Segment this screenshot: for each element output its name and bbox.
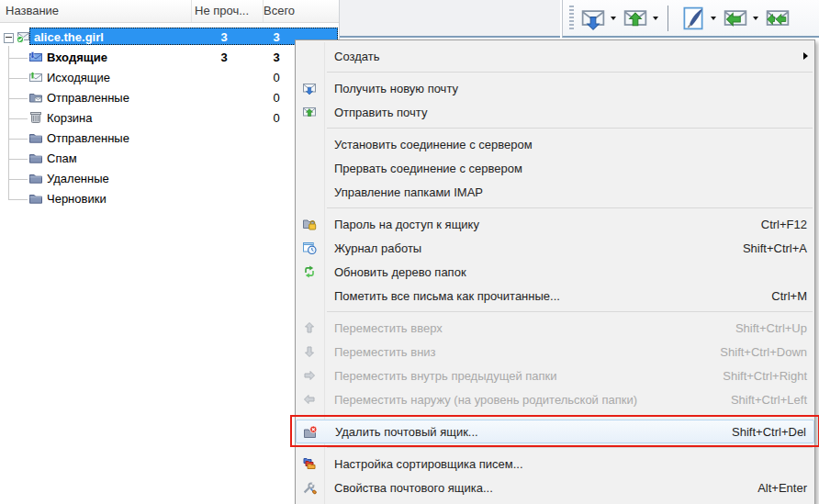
menu-item-label: Переместить вверх xyxy=(334,321,443,335)
column-header-total[interactable]: Всего xyxy=(255,0,337,22)
toolbar-grip-handle[interactable] xyxy=(569,6,574,31)
tree-row-label: Входящие xyxy=(47,48,107,68)
menu-separator xyxy=(296,68,814,76)
unread-count: 3 xyxy=(209,48,239,68)
chevron-down-icon[interactable] xyxy=(711,17,716,20)
toolbar-separator xyxy=(668,6,668,31)
tree-line xyxy=(8,98,28,99)
menu-item-move-up: Переместить вверх Shift+Ctrl+Up xyxy=(296,316,814,340)
tree-row-folder[interactable]: Черновики xyxy=(28,189,338,209)
column-header-name[interactable]: Название xyxy=(0,0,192,22)
menu-shortcut: Ctrl+F12 xyxy=(735,218,807,231)
tree-line xyxy=(8,159,28,160)
refresh-folders-icon xyxy=(302,264,317,279)
menu-item-label: Управление папками IMAP xyxy=(334,185,483,199)
send-mail-icon xyxy=(302,105,317,119)
tree-row-label: Отправленные xyxy=(47,129,129,149)
arrow-left-icon xyxy=(302,392,317,407)
new-message-button[interactable] xyxy=(680,6,716,31)
menu-item-connect-server[interactable]: Установить соединение с сервером xyxy=(296,132,814,156)
menu-shortcut: Shift+Ctrl+A xyxy=(717,241,807,255)
send-mail-icon xyxy=(623,6,648,31)
tree-row-trash[interactable]: Корзина 0 xyxy=(28,108,338,129)
folder-icon xyxy=(28,151,43,165)
total-count: 0 xyxy=(262,108,291,129)
menu-item-mail-sorter-setup[interactable]: Настройка сортировщика писем... xyxy=(296,452,814,476)
menu-item-label: Переместить внутрь предыдущей папки xyxy=(334,369,557,383)
menu-separator xyxy=(296,308,814,316)
tree-row-label: Отправленные xyxy=(47,88,129,108)
tree-line xyxy=(8,58,28,59)
menu-item-refresh-folder-tree[interactable]: Обновить дерево папок xyxy=(296,260,814,284)
menu-item-mailbox-properties[interactable]: Свойства почтового ящика... Alt+Enter xyxy=(296,476,814,499)
total-count: 0 xyxy=(262,68,291,88)
menu-item-delete-mailbox[interactable]: Удалить почтовый ящик... Shift+Ctrl+Del xyxy=(296,420,814,443)
tree-row-inbox[interactable]: Входящие 3 3 xyxy=(28,48,338,68)
reply-icon xyxy=(723,6,748,31)
menu-separator xyxy=(296,124,814,132)
tree-row-label: Исходящие xyxy=(47,68,110,88)
menu-item-label: Удалить почтовый ящик... xyxy=(335,425,478,439)
menu-separator xyxy=(296,204,814,212)
tree-line xyxy=(8,78,28,79)
tree-row-label: Удаленные xyxy=(47,169,109,189)
tree-row-outbox[interactable]: Исходящие 0 xyxy=(28,68,338,88)
menu-item-disconnect-server[interactable]: Прервать соединение с сервером xyxy=(296,156,814,180)
unread-count: 3 xyxy=(209,28,239,48)
menu-item-label: Журнал работы xyxy=(334,241,421,255)
tree-row-folder[interactable]: Отправленные xyxy=(28,129,338,149)
chevron-down-icon[interactable] xyxy=(611,17,616,20)
menu-item-work-log[interactable]: Журнал работы Shift+Ctrl+A xyxy=(296,236,814,260)
properties-icon xyxy=(302,480,317,495)
get-mail-button[interactable] xyxy=(580,6,616,31)
menu-item-label: Свойства почтового ящика... xyxy=(334,481,493,495)
mail-toolbar xyxy=(562,0,819,38)
mailbox-context-menu: Создать Получить новую почту Отправить п… xyxy=(295,39,815,504)
tree-row-account[interactable]: alice.the.girl 3 3 xyxy=(0,28,338,48)
tree-line xyxy=(8,46,9,199)
menu-item-label: Пометить все письма как прочитанные... xyxy=(334,289,560,303)
total-count: 0 xyxy=(262,88,291,108)
tree-row-label: Черновики xyxy=(47,189,107,209)
folder-tree-panel: Название Не проч... Всего alice.the.girl… xyxy=(0,0,340,504)
menu-item-mark-all-read[interactable]: Пометить все письма как прочитанные... C… xyxy=(296,284,814,308)
menu-item-get-new-mail[interactable]: Получить новую почту xyxy=(296,76,814,100)
menu-item-imap-folders[interactable]: Управление папками IMAP xyxy=(296,180,814,204)
menu-item-move-down: Переместить вниз Shift+Ctrl+Down xyxy=(296,340,814,364)
folder-icon xyxy=(28,191,43,206)
menu-shortcut: Alt+Enter xyxy=(732,481,807,495)
reply-button[interactable] xyxy=(723,6,758,31)
tree-line xyxy=(8,179,28,180)
tree-line xyxy=(8,199,28,200)
send-mail-button[interactable] xyxy=(623,6,658,31)
log-icon xyxy=(302,241,317,255)
total-count: 3 xyxy=(262,48,291,68)
tree-row-folder[interactable]: Удаленные xyxy=(28,169,338,189)
reply-all-button[interactable] xyxy=(765,6,791,31)
tree-column-header: Название Не проч... Всего xyxy=(0,0,339,23)
menu-item-send-mail[interactable]: Отправить почту xyxy=(296,100,814,124)
tree-row-folder[interactable]: Спам xyxy=(28,149,338,169)
new-message-icon xyxy=(680,6,706,31)
menu-item-label: Создать xyxy=(334,50,379,63)
menu-shortcut: Shift+Ctrl+Right xyxy=(697,369,807,383)
menu-separator xyxy=(296,443,814,452)
menu-item-mailbox-password[interactable]: Пароль на доступ к ящику Ctrl+F12 xyxy=(296,212,814,236)
arrow-down-icon xyxy=(302,344,317,359)
column-header-unread[interactable]: Не проч... xyxy=(186,0,264,22)
sent-mail-folder-icon xyxy=(28,90,43,105)
menu-item-create[interactable]: Создать xyxy=(296,44,814,68)
menu-shortcut: Shift+Ctrl+Left xyxy=(705,393,807,407)
mail-account-icon xyxy=(16,29,30,44)
menu-item-label: Обновить дерево папок xyxy=(334,265,466,279)
chevron-down-icon[interactable] xyxy=(653,17,658,20)
menu-item-label: Настройка сортировщика писем... xyxy=(334,457,523,471)
menu-shortcut: Shift+Ctrl+Up xyxy=(710,321,807,335)
unread-count xyxy=(209,108,239,129)
collapse-expander-icon[interactable] xyxy=(4,33,14,43)
menu-item-label: Переместить наружу (на уровень родительс… xyxy=(334,393,637,407)
reply-all-icon xyxy=(765,6,791,31)
tree-row-sent[interactable]: Отправленные 0 xyxy=(28,88,338,108)
chevron-down-icon[interactable] xyxy=(753,17,758,20)
receive-mail-icon xyxy=(302,81,317,95)
